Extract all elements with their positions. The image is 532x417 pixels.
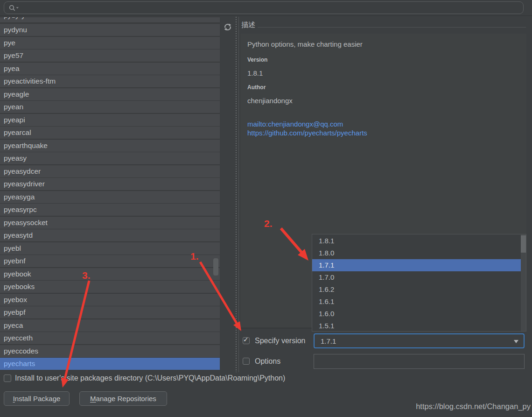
specify-version-checkbox[interactable]: ✓ (243, 337, 250, 344)
options-label: Options (255, 357, 280, 366)
chevron-down-icon (514, 340, 518, 343)
version-option-1.5.1[interactable]: 1.5.1 (312, 320, 526, 332)
version-value: 1.8.1 (247, 69, 263, 77)
package-row-pyeasydriver[interactable]: pyeasydriver (0, 178, 220, 190)
package-row-pyeasyga[interactable]: pyeasyga (0, 191, 220, 203)
package-row-pyean[interactable]: pyean (0, 101, 220, 113)
install-to-user-label: Install to user's site packages director… (15, 374, 285, 382)
divider (0, 15, 532, 16)
package-row-pyebook[interactable]: pyebook (0, 268, 220, 280)
package-row-pyeccodes[interactable]: pyeccodes (0, 345, 220, 357)
install-package-dialog: pydy-y pydynupyepye57pyeapyeactivities-f… (0, 0, 532, 417)
dropdown-scrollbar-thumb[interactable] (521, 235, 526, 253)
section-title-rule (258, 27, 526, 28)
package-list-scrollbar-thumb[interactable] (213, 258, 218, 276)
install-to-user-checkbox[interactable]: ✓ (4, 375, 11, 382)
package-row-pyea[interactable]: pyea (0, 63, 220, 75)
panel-splitter[interactable] (235, 17, 239, 372)
package-row-pyeasysocket[interactable]: pyeasysocket (0, 217, 220, 229)
install-package-button[interactable]: Install Package (4, 391, 70, 406)
package-row-pydynu[interactable]: pydynu (0, 24, 220, 36)
version-dropdown-popup: 1.8.11.8.01.7.11.7.01.6.21.6.11.6.01.5.1 (312, 234, 526, 332)
package-row-pyebpf[interactable]: pyebpf (0, 306, 220, 318)
options-input[interactable] (314, 354, 525, 369)
chevron-down-icon (16, 7, 19, 8)
homepage-link[interactable]: https://github.com/pyecharts/pyecharts (247, 128, 367, 137)
author-label: Author (247, 84, 266, 91)
package-row-pyebnf[interactable]: pyebnf (0, 255, 220, 267)
package-summary: Python options, make charting easier (247, 40, 363, 48)
package-row-pyeasy[interactable]: pyeasy (0, 152, 220, 164)
version-combobox-value: 1.7.1 (321, 335, 336, 347)
version-combobox[interactable]: 1.7.1 (314, 333, 525, 348)
package-row-pyearthquake[interactable]: pyearthquake (0, 140, 220, 152)
search-bar[interactable] (4, 1, 524, 14)
package-row-pyeapi[interactable]: pyeapi (0, 114, 220, 126)
check-icon: ✓ (243, 336, 249, 343)
package-row-pyebox[interactable]: pyebox (0, 294, 220, 306)
package-list: pydy-y pydynupyepye57pyeapyeactivities-f… (0, 17, 220, 370)
watermark-url: https://blog.csdn.net/Changan_py (416, 402, 531, 411)
package-row-partial[interactable]: pydy-y (0, 17, 220, 22)
package-row-pyebl[interactable]: pyebl (0, 242, 220, 254)
author-value: chenjiandongx (247, 97, 293, 105)
version-option-1.7.1[interactable]: 1.7.1 (312, 259, 526, 271)
dropdown-scrollbar-track[interactable] (521, 234, 526, 331)
version-option-1.7.0[interactable]: 1.7.0 (312, 271, 526, 283)
search-input[interactable] (20, 4, 523, 12)
version-option-1.8.0[interactable]: 1.8.0 (312, 247, 526, 259)
version-option-1.6.1[interactable]: 1.6.1 (312, 296, 526, 308)
version-label: Version (247, 57, 267, 63)
package-row-pyeasytd[interactable]: pyeasytd (0, 229, 220, 241)
package-row-pyecharts[interactable]: pyecharts (0, 358, 220, 370)
version-option-1.8.1[interactable]: 1.8.1 (312, 235, 526, 247)
options-checkbox[interactable]: ✓ (243, 358, 250, 365)
package-row-pyeagle[interactable]: pyeagle (0, 88, 220, 100)
package-row-pye57[interactable]: pye57 (0, 49, 220, 62)
description-section-title: 描述 (241, 21, 255, 29)
manage-repositories-button[interactable]: Manage Repositories (79, 391, 167, 406)
package-row-pyebooks[interactable]: pyebooks (0, 281, 220, 293)
specify-version-label: Specify version (255, 337, 306, 345)
author-email-link[interactable]: mailto:chenjiandongx@qq.com (247, 120, 367, 128)
version-option-1.6.0[interactable]: 1.6.0 (312, 308, 526, 320)
package-row-pyeasyrpc[interactable]: pyeasyrpc (0, 204, 220, 216)
package-row-pyecceth[interactable]: pyecceth (0, 332, 220, 344)
package-row-pye[interactable]: pye (0, 37, 220, 49)
version-option-1.6.2[interactable]: 1.6.2 (312, 283, 526, 296)
search-icon (8, 4, 20, 12)
package-row-pyeca[interactable]: pyeca (0, 319, 220, 332)
package-row-pyeasydcer[interactable]: pyeasydcer (0, 165, 220, 177)
package-row-pyearcal[interactable]: pyearcal (0, 127, 220, 139)
package-row-pyeactivities-ftm[interactable]: pyeactivities-ftm (0, 75, 220, 87)
refresh-button[interactable] (222, 21, 233, 33)
refresh-icon (223, 22, 232, 32)
